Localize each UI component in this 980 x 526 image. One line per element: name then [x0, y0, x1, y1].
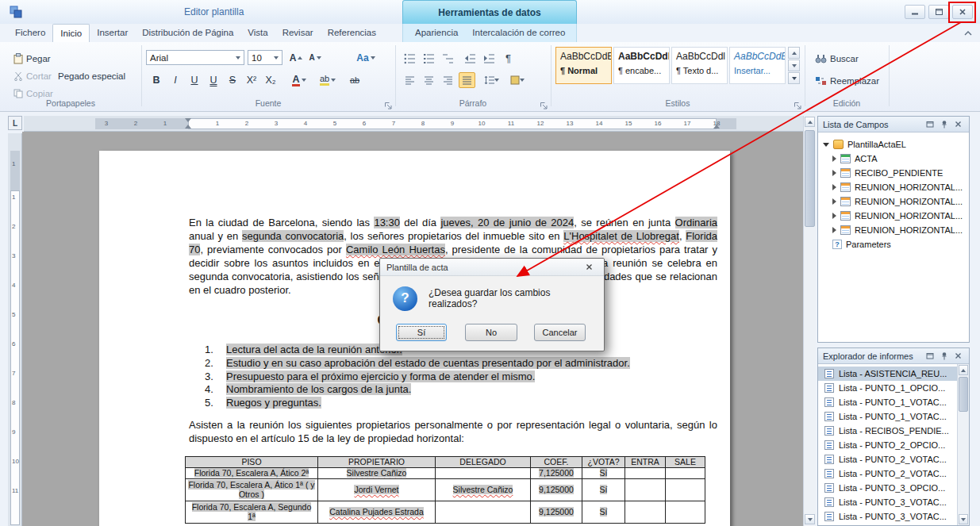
tree-item-root[interactable]: PlantillaActaEL	[818, 137, 969, 152]
double-underline-button[interactable]: U	[205, 72, 222, 88]
align-left-button[interactable]	[402, 72, 418, 88]
tab-inicio[interactable]: Inicio	[52, 24, 90, 42]
align-center-button[interactable]	[421, 72, 437, 88]
tab-vista[interactable]: Vista	[240, 24, 275, 42]
superscript-button[interactable]: X²	[243, 72, 260, 88]
dialog-title-bar[interactable]: Plantilla de acta	[380, 259, 604, 276]
scrollbar-thumb[interactable]	[805, 130, 815, 227]
scroll-down-button[interactable]	[959, 514, 968, 524]
dialog-no-button[interactable]: No	[465, 324, 517, 341]
h-ruler[interactable]: 321123456789101112131415161718	[24, 116, 803, 132]
tree-item-reunion-horizontal-1[interactable]: REUNION_HORIZONTAL...	[818, 180, 969, 194]
explorer-item[interactable]: Lista - PUNTO_3_VOTAC...	[818, 495, 957, 509]
merge-field[interactable]: segunda convocatoria	[242, 230, 344, 242]
paste-button[interactable]: Pegar	[11, 51, 53, 66]
attendance-table[interactable]: PISO PROPIETARIO DELEGADO COEF. ¿VOTA? E…	[185, 456, 705, 524]
v-ruler[interactable]: 11234567891011	[8, 133, 22, 526]
strikethrough-button[interactable]: S	[224, 72, 241, 88]
tab-fichero[interactable]: Fichero	[8, 24, 52, 42]
merge-field[interactable]: L'Hospitalet de Llobregat	[563, 230, 679, 242]
panel-pin-button[interactable]	[938, 119, 950, 130]
panel-close-button[interactable]	[952, 119, 964, 130]
scroll-up-button[interactable]	[805, 117, 815, 127]
left-indent-marker[interactable]	[185, 125, 191, 129]
expand-icon[interactable]	[832, 213, 836, 219]
panel-close-button[interactable]	[952, 351, 964, 362]
merge-field[interactable]: Silvestre Cañizo	[347, 468, 407, 478]
font-family-combo[interactable]: Arial	[146, 50, 244, 65]
merge-field[interactable]: Florida 70, Escalera A, Ático 1ª ( y Otr…	[188, 480, 314, 499]
styles-gallery-expand-button[interactable]	[788, 72, 800, 84]
text-highlight-button[interactable]: ab	[316, 72, 340, 88]
show-paragraph-marks-button[interactable]: ¶	[500, 50, 517, 66]
merge-field[interactable]: Florida 70, Escalera A, Ático 2ª	[194, 468, 309, 478]
grow-font-button[interactable]: A	[287, 50, 305, 65]
minimize-button[interactable]	[905, 5, 925, 19]
explorer-item[interactable]: Lista - PUNTO_1_VOTAC...	[818, 395, 957, 409]
panel-float-button[interactable]	[924, 119, 936, 130]
explorer-item[interactable]: Lista - PUNTO_3_VOTAC...	[818, 509, 957, 524]
cut-button[interactable]: Cortar	[11, 68, 54, 83]
change-case-button[interactable]: Aa	[354, 50, 378, 65]
explorer-item[interactable]: Lista - RECIBOS_PENDIE...	[818, 424, 957, 438]
explorer-item[interactable]: Lista - PUNTO_2_VOTAC...	[818, 452, 957, 466]
font-color-button[interactable]: A	[287, 72, 311, 88]
tab-intercalacion-de-correo[interactable]: Intercalación de correo	[465, 24, 572, 42]
merge-field[interactable]: 9,125000	[539, 507, 574, 516]
merge-field[interactable]: Ordinaria	[675, 217, 717, 228]
justify-button[interactable]	[459, 72, 475, 88]
dialog-cancel-button[interactable]: Cancelar	[534, 324, 586, 341]
explorer-item[interactable]: Lista - PUNTO_1_OPCIO...	[818, 381, 957, 395]
merge-field[interactable]: Camilo León Huertas	[346, 244, 445, 255]
multilevel-list-button[interactable]	[440, 50, 456, 66]
expand-icon[interactable]	[832, 227, 836, 233]
explorer-item[interactable]: Lista - PUNTO_1_VOTAC...	[818, 409, 957, 424]
explorer-item[interactable]: Lista - PUNTO_3_OPCIO...	[818, 481, 957, 495]
bold-button[interactable]: B	[148, 72, 165, 88]
tab-revisar[interactable]: Revisar	[275, 24, 321, 42]
find-button[interactable]: Buscar	[813, 51, 861, 66]
tree-item-reunion-horizontal-3[interactable]: REUNION_HORIZONTAL...	[818, 209, 969, 223]
tree-item-reunion-horizontal-4[interactable]: REUNION_HORIZONTAL...	[818, 223, 969, 237]
replace-button[interactable]: Reemplazar	[813, 73, 882, 88]
merge-field[interactable]: Sí	[600, 468, 608, 478]
decrease-indent-button[interactable]	[462, 50, 478, 66]
tab-referencias[interactable]: Referencias	[321, 24, 383, 42]
tree-item-reunion-horizontal-2[interactable]: REUNION_HORIZONTAL...	[818, 194, 969, 209]
dialog-yes-button[interactable]: Sí	[396, 324, 447, 341]
merge-field[interactable]: Nombramiento de los cargos de la junta.	[226, 383, 411, 395]
style-encabezado[interactable]: AaBbCcDdI ¶ encabe...	[613, 47, 670, 84]
merge-field[interactable]: jueves, 20 de junio de 2024	[440, 217, 574, 228]
merge-field[interactable]: Ruegos y preguntas.	[226, 397, 321, 409]
close-button[interactable]	[952, 5, 973, 19]
merge-field[interactable]: Estudio y en su caso aprobación del esta…	[226, 357, 630, 369]
tree-item-parameters[interactable]: ?Parameters	[818, 237, 969, 251]
panel-pin-button[interactable]	[938, 351, 950, 362]
tab-apariencia[interactable]: Apariencia	[408, 24, 465, 42]
scroll-down-button[interactable]	[805, 514, 815, 524]
maximize-button[interactable]	[928, 5, 949, 19]
font-size-combo[interactable]: 10	[248, 50, 282, 65]
merge-field[interactable]: Florida 70, Escalera A, Segundo 1ª	[192, 502, 312, 521]
font-dialog-launcher[interactable]	[384, 99, 393, 108]
shading-button[interactable]	[506, 72, 528, 88]
underline-button[interactable]: U	[186, 72, 203, 88]
collapse-icon[interactable]	[823, 143, 829, 147]
subscript-button[interactable]: X₂	[262, 72, 279, 88]
ribbon-collapse-button[interactable]	[962, 28, 974, 39]
shrink-font-button[interactable]: A	[306, 50, 324, 65]
document-scrollbar[interactable]	[803, 116, 816, 526]
merge-field[interactable]: Presupuesto para el próximo ejercicio y …	[226, 371, 535, 382]
merge-field[interactable]: 9,125000	[539, 485, 574, 494]
explorer-item[interactable]: Lista - ASISTENCIA_REU...	[818, 367, 957, 381]
explorer-item[interactable]: Lista - PUNTO_2_OPCIO...	[818, 438, 957, 452]
merge-field[interactable]: Jordi Vernet	[354, 485, 398, 494]
tab-distribucion-de-pagina[interactable]: Distribución de Página	[135, 24, 240, 42]
merge-field[interactable]: Sí	[600, 507, 608, 516]
styles-scroll-down-button[interactable]	[788, 60, 800, 71]
tree-item-recibo-pendiente[interactable]: RECIBO_PENDIENTE	[818, 166, 969, 180]
align-right-button[interactable]	[440, 72, 456, 88]
explorer-item[interactable]: Lista - PUNTO_2_VOTAC...	[818, 466, 957, 481]
contextual-tab-group-header[interactable]: Herramientas de datos	[402, 0, 577, 24]
style-insertar[interactable]: AaBbCcDdE Insertar...	[729, 47, 786, 84]
